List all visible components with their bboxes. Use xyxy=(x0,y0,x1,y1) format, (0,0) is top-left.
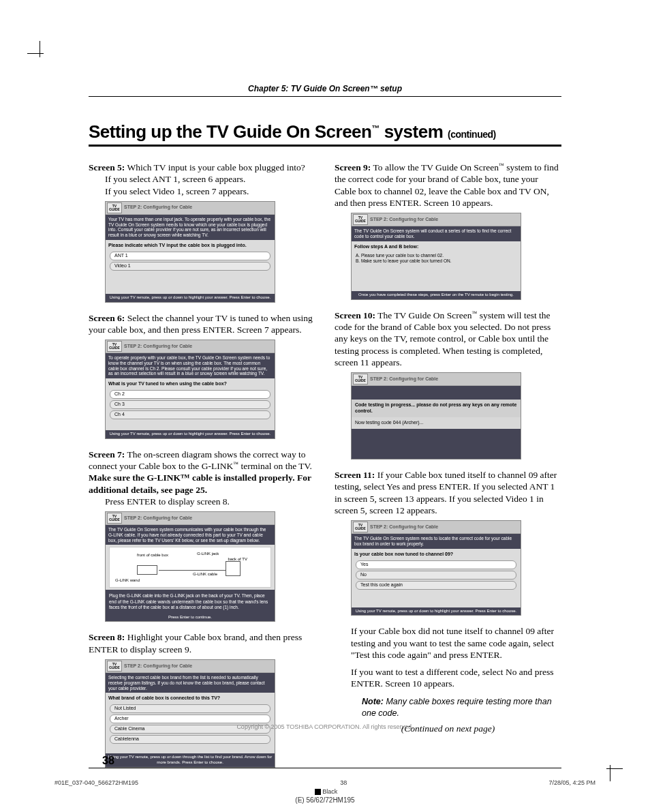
page-number: 38 xyxy=(102,755,114,767)
screenshot-8: TVGUIDESTEP 2: Configuring for Cable Sel… xyxy=(105,659,275,768)
after-para-b: If you want to test a different code, se… xyxy=(335,666,561,690)
screen7-line2: Press ENTER to display screen 8. xyxy=(89,496,315,507)
tv-guide-badge-icon: TVGUIDE xyxy=(107,341,122,352)
screen7-label: Screen 7: xyxy=(89,449,125,460)
screenshot-5: TVGUIDESTEP 2: Configuring for Cable You… xyxy=(105,201,275,303)
shot7-description: The TV Guide On Screen system communicat… xyxy=(106,525,275,545)
shot11-footer: Using your TV remote, press up or down t… xyxy=(352,607,521,616)
shot9-description: The TV Guide On Screen system will condu… xyxy=(352,226,521,241)
shot9-step-a: A. Please tune your cable box to channel… xyxy=(356,253,516,258)
shot9-title: STEP 2: Configuring for Cable xyxy=(370,217,438,223)
shot7-mid: Plug the G-LINK cable into the G-LINK ja… xyxy=(106,590,275,613)
screen11-block: Screen 11: If your Cable box tuned itsel… xyxy=(335,469,561,516)
shot11-opt-no: No xyxy=(356,571,516,580)
color-chip-icon xyxy=(315,789,321,795)
chapter-header: Chapter 5: TV Guide On Screen™ setup xyxy=(89,84,561,97)
shot11-opt-yes: Yes xyxy=(356,560,516,569)
shot8-opt-0: Not Listed xyxy=(110,704,270,713)
shot6-opt-ch3: Ch 3 xyxy=(110,400,270,409)
shot7-diagram: front of cable box G-LINK jack back of T… xyxy=(109,547,271,588)
imposition-page: 38 xyxy=(340,779,347,786)
screen5-block: Screen 5: Which TV input is your cable b… xyxy=(89,162,315,197)
screen6-label: Screen 6: xyxy=(89,313,125,323)
screen5-line3: If you select Video 1, screen 7 appears. xyxy=(89,185,315,197)
shot7-title: STEP 2: Configuring for Cable xyxy=(124,515,192,522)
screen7-bold: Make sure the G-LINK™ cable is installed… xyxy=(89,472,311,494)
screen9-label: Screen 9: xyxy=(335,162,371,172)
screen5-text: Which TV input is your cable box plugged… xyxy=(125,162,305,172)
crop-mark-top-left xyxy=(27,41,52,65)
shot5-footer: Using your TV remote, press up or down t… xyxy=(106,294,275,302)
page-rule xyxy=(89,768,561,768)
shot7-footer: Press Enter to continue. xyxy=(106,614,275,622)
tv-guide-badge-icon: TVGUIDE xyxy=(107,513,122,524)
screen8-block: Screen 8: Highlight your Cable box brand… xyxy=(89,631,315,655)
imposition-date: 7/28/05, 4:25 PM xyxy=(548,779,595,786)
shot6-opt-ch4: Ch 4 xyxy=(110,410,270,419)
shot8-title: STEP 2: Configuring for Cable xyxy=(124,663,192,670)
shot9-step-b: B. Make sure to leave your cable box tur… xyxy=(356,258,516,264)
screen8-label: Screen 8: xyxy=(89,632,125,642)
shot5-opt-ant1: ANT 1 xyxy=(110,252,270,260)
shot5-question: Please indicate which TV input the cable… xyxy=(106,240,275,250)
screen11-label: Screen 11: xyxy=(335,470,375,480)
page-title: Setting up the TV Guide On Screen™ syste… xyxy=(89,121,561,147)
tv-guide-badge-icon: TVGUIDE xyxy=(107,661,122,672)
shot8-description: Selecting the correct cable box brand fr… xyxy=(106,673,275,693)
right-column: Screen 9: To allow the TV Guide On Scree… xyxy=(335,162,561,777)
tv-guide-badge-icon: TVGUIDE xyxy=(107,202,122,213)
shot5-opt-video1: Video 1 xyxy=(110,262,270,271)
job-id: #01E_037-040_566272HM195 xyxy=(55,779,138,786)
color-name: Black xyxy=(322,788,337,795)
screenshot-6: TVGUIDESTEP 2: Configuring for Cable To … xyxy=(105,340,275,439)
shot11-description: The TV Guide On Screen system needs to l… xyxy=(352,534,521,549)
headline-main: Setting up the TV Guide On Screen xyxy=(89,121,371,142)
shot9-footer: Once you have completed these steps, pre… xyxy=(352,291,521,299)
copyright: Copyright © 2005 TOSHIBA CORPORATION. Al… xyxy=(0,723,650,730)
shot5-description: Your TV has more than one input jack. To… xyxy=(106,215,275,240)
shot11-opt-test-again: Test this code again xyxy=(356,581,516,590)
screenshot-9: TVGUIDESTEP 2: Configuring for Cable The… xyxy=(351,213,521,300)
tv-guide-badge-icon: TVGUIDE xyxy=(353,214,368,225)
screen9-block: Screen 9: To allow the TV Guide On Scree… xyxy=(335,162,561,209)
screen7-text-b: terminal on the TV. xyxy=(238,461,312,471)
shot10-line1: Code testing in progress... please do no… xyxy=(352,400,521,417)
shot6-question: What is your TV tuned to when using the … xyxy=(106,378,275,389)
screen9-text-a: To allow the TV Guide On Screen xyxy=(371,162,499,172)
headline-tm: ™ xyxy=(371,123,380,133)
screen10-label: Screen 10: xyxy=(335,310,375,320)
shot5-title: STEP 2: Configuring for Cable xyxy=(124,205,192,211)
screen10-text-a: The TV Guide On Screen xyxy=(375,310,471,320)
shot6-title: STEP 2: Configuring for Cable xyxy=(124,344,192,350)
shot11-question: Is your cable box now tuned to channel 0… xyxy=(352,549,521,559)
headline-continued: (continued) xyxy=(448,129,496,140)
note-label: Note: xyxy=(362,697,384,706)
screen5-line2: If you select ANT 1, screen 6 appears. xyxy=(89,173,315,185)
screen6-block: Screen 6: Select the channel your TV is … xyxy=(89,312,315,336)
screenshot-7: TVGUIDESTEP 2: Configuring for Cable The… xyxy=(105,511,275,622)
imposition-footer: #01E_037-040_566272HM195 38 7/28/05, 4:2… xyxy=(55,779,595,804)
tv-guide-badge-icon: TVGUIDE xyxy=(353,374,368,385)
shot8-opt-3: Cabletenna xyxy=(110,735,270,744)
screen10-block: Screen 10: The TV Guide On Screen™ syste… xyxy=(335,310,561,368)
shot9-heading: Follow steps A and B below: xyxy=(352,241,521,252)
left-column: Screen 5: Which TV input is your cable b… xyxy=(89,162,315,777)
screen5-label: Screen 5: xyxy=(89,162,125,172)
screenshot-10: TVGUIDESTEP 2: Configuring for Cable Cod… xyxy=(351,372,521,460)
shot6-description: To operate properly with your cable box,… xyxy=(106,353,275,378)
shot8-footer: Using your TV remote, press up or down t… xyxy=(106,753,275,766)
headline-tail: system xyxy=(380,121,448,142)
shot8-opt-1: Archer xyxy=(110,715,270,723)
shot10-line2: Now testing code 044 (Archer)... xyxy=(352,417,521,429)
shot10-title: STEP 2: Configuring for Cable xyxy=(370,376,438,382)
note-line: Note: Many cable boxes require testing m… xyxy=(335,695,561,719)
crop-mark-bottom-right xyxy=(598,757,623,781)
shot6-footer: Using your TV remote, press up or down t… xyxy=(106,430,275,438)
screen7-block: Screen 7: The on-screen diagram shows th… xyxy=(89,449,315,507)
screenshot-11: TVGUIDESTEP 2: Configuring for Cable The… xyxy=(351,520,521,616)
model-code: (E) 56/62/72HM195 xyxy=(55,796,595,804)
shot11-title: STEP 2: Configuring for Cable xyxy=(370,524,438,530)
shot6-opt-ch2: Ch 2 xyxy=(110,390,270,399)
note-body: Many cable boxes require testing more th… xyxy=(362,697,552,718)
tv-guide-badge-icon: TVGUIDE xyxy=(353,522,368,532)
